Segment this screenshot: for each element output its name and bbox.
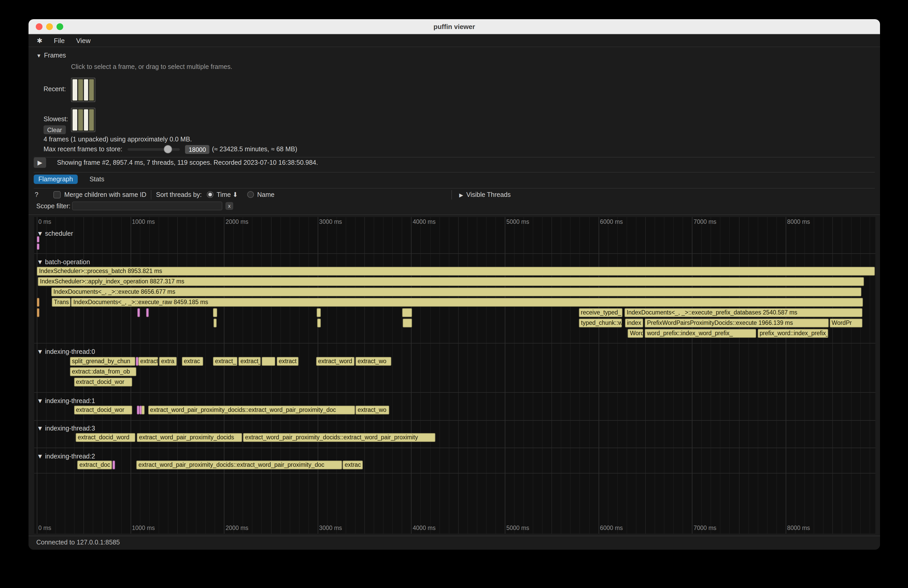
sort-radio-time[interactable]: Time ⬇ (207, 191, 238, 198)
scope-bar[interactable] (37, 236, 39, 243)
sort-radio-name[interactable]: Name (248, 191, 275, 198)
frame-thumbnail[interactable] (72, 79, 77, 101)
scope-filter-input[interactable] (72, 201, 222, 210)
thread-header-indexing-thread:1[interactable]: ▼ indexing-thread:1 (37, 397, 95, 405)
scope-bar[interactable]: extract_docid_wor (74, 406, 132, 414)
scope-bar[interactable] (37, 308, 40, 317)
scope-bar[interactable]: IndexDocuments<_, _>::execute_prefix_dat… (625, 308, 862, 317)
frame-thumbnail[interactable] (89, 79, 94, 101)
scope-bar[interactable]: Word (628, 329, 643, 338)
scope-bar[interactable] (37, 298, 40, 307)
scope-bar[interactable]: prefix_word::index_prefix_wo (757, 329, 828, 338)
scope-bar[interactable]: IndexDocuments<_, _>::execute_raw 8459.1… (71, 298, 863, 307)
scope-bar[interactable] (37, 244, 39, 250)
grid-line (561, 217, 562, 533)
scope-bar[interactable]: extract_word_pair_proximity_docids::extr… (148, 406, 355, 414)
max-frames-value[interactable]: 18000 (185, 145, 209, 154)
frame-thumbnail[interactable] (89, 109, 94, 130)
scope-bar[interactable] (317, 308, 321, 317)
scope-bar[interactable] (136, 357, 138, 366)
scope-bar[interactable]: extra (159, 357, 177, 366)
scope-bar[interactable]: extract_ (138, 357, 158, 366)
frame-thumbnail[interactable] (72, 109, 77, 130)
grid-line (318, 217, 318, 533)
scope-bar[interactable] (214, 319, 217, 328)
frames-section-header[interactable]: ▼Frames (36, 52, 66, 59)
clear-frames-button[interactable]: Clear (43, 125, 66, 134)
scope-bar[interactable]: extract_word_pair_proximity_docids::extr… (243, 433, 435, 442)
thread-header-indexing-thread:3[interactable]: ▼ indexing-thread:3 (37, 425, 95, 432)
merge-children-label[interactable]: Merge children with same ID (64, 191, 147, 198)
grid-line (346, 217, 346, 533)
scope-bar[interactable]: extract_word_pair_proximity_docids (137, 433, 242, 442)
scope-bar[interactable]: IndexDocuments<_, _>::execute 8656.677 m… (51, 288, 861, 296)
slowest-frames-strip[interactable] (71, 108, 95, 132)
menu-item-file[interactable]: File (54, 37, 65, 44)
tab-flamegraph[interactable]: Flamegraph (34, 175, 77, 184)
scope-bar[interactable]: typed_chunk::w (579, 319, 622, 328)
visible-threads-toggle[interactable]: ▶Visible Threads (459, 191, 511, 198)
max-frames-slider-knob[interactable] (164, 145, 172, 153)
clear-filter-button[interactable]: x (225, 202, 233, 210)
scope-bar[interactable]: extract_word_pair_proximity_docids::extr… (136, 461, 342, 469)
app-menu-icon[interactable]: ✱ (37, 37, 42, 44)
scope-bar[interactable]: receive_typed_ (579, 308, 622, 317)
grid-line (496, 217, 496, 533)
grid-line (336, 217, 337, 533)
scope-bar[interactable] (213, 308, 217, 317)
scope-bar[interactable]: extract::data_from_ob (70, 367, 137, 376)
zoom-window-button[interactable] (56, 23, 63, 30)
grid-line (402, 217, 402, 533)
scope-bar[interactable]: Trans (52, 298, 71, 307)
scope-bar[interactable]: extract (277, 357, 298, 366)
flamegraph-canvas[interactable]: 0 ms0 ms1000 ms1000 ms2000 ms2000 ms3000… (34, 217, 875, 533)
scope-bar[interactable] (402, 308, 412, 317)
thread-header-batch-operation[interactable]: ▼ batch-operation (37, 259, 90, 266)
play-button[interactable]: ▶ (34, 157, 46, 168)
recent-frames-strip[interactable] (71, 78, 95, 102)
scope-bar[interactable]: extract_wo (356, 357, 391, 366)
help-button[interactable]: ? (35, 191, 39, 198)
scope-bar[interactable]: IndexScheduler>::apply_index_operation 8… (38, 277, 864, 286)
scope-bar[interactable]: PrefixWordPairsProximityDocids::execute … (645, 319, 829, 328)
thread-header-indexing-thread:0[interactable]: ▼ indexing-thread:0 (37, 348, 95, 355)
scope-bar[interactable]: extrac (343, 461, 363, 469)
thread-header-scheduler[interactable]: ▼ scheduler (37, 230, 73, 237)
minimize-window-button[interactable] (46, 23, 53, 30)
scope-bar[interactable]: extract_ (213, 357, 238, 366)
scope-bar[interactable]: word_prefix::index_word_prefix_ (645, 329, 756, 338)
scope-bar[interactable]: index (625, 319, 643, 328)
scope-bar[interactable]: WordPr (829, 319, 862, 328)
tab-stats[interactable]: Stats (85, 175, 109, 184)
separator (34, 157, 875, 157)
close-window-button[interactable] (36, 23, 42, 30)
thread-header-indexing-thread:2[interactable]: ▼ indexing-thread:2 (37, 453, 95, 460)
scope-bar[interactable] (142, 406, 145, 414)
scope-bar[interactable]: extract_wo (356, 406, 389, 414)
scope-bar[interactable]: extract_word (316, 357, 355, 366)
grid-line (767, 217, 767, 533)
merge-children-checkbox[interactable] (53, 191, 61, 198)
frame-thumbnail[interactable] (84, 79, 89, 101)
scope-bar[interactable] (402, 319, 412, 328)
scope-bar[interactable] (112, 461, 115, 469)
scope-bar[interactable]: extrac (182, 357, 203, 366)
frame-thumbnail[interactable] (78, 109, 83, 130)
scope-bar[interactable] (147, 308, 149, 317)
frame-thumbnail[interactable] (78, 79, 83, 101)
scope-bar[interactable]: extract_docid_wor (74, 378, 132, 387)
menu-item-view[interactable]: View (76, 37, 91, 44)
scope-bar[interactable]: extract_doc (77, 461, 112, 469)
frame-thumbnail[interactable] (84, 109, 89, 130)
sort-threads-label: Sort threads by: (156, 191, 202, 198)
grid-line (617, 217, 618, 533)
scope-bar[interactable] (137, 308, 140, 317)
scope-bar[interactable] (317, 319, 320, 328)
scope-bar[interactable]: split_grenad_by_chun (70, 357, 135, 366)
grid-line (702, 217, 702, 533)
scope-bar[interactable] (262, 357, 275, 366)
scope-bar[interactable]: extract_docid_word (76, 433, 135, 442)
scope-bar[interactable] (137, 406, 139, 414)
scope-bar[interactable]: extract_ (238, 357, 261, 366)
scope-bar[interactable]: IndexScheduler>::process_batch 8953.821 … (37, 267, 875, 276)
